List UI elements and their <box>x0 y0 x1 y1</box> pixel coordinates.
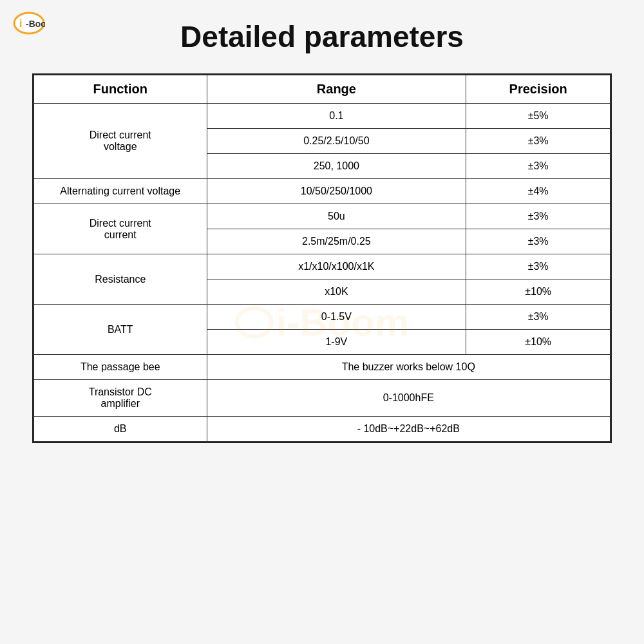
cell-range: 250, 1000 <box>207 154 466 179</box>
cell-precision: ±10% <box>466 330 611 355</box>
cell-precision: ±3% <box>466 305 611 330</box>
table-row: BATT0-1.5V±3% <box>34 305 611 330</box>
table-row: dB- 10dB~+22dB~+62dB <box>34 417 611 442</box>
table-row: Resistancex1/x10/x100/x1K±3% <box>34 254 611 279</box>
cell-range: The buzzer works below 10Q <box>207 355 611 380</box>
table-row: Direct current current50u±3% <box>34 204 611 229</box>
table-header-row: Function Range Precision <box>34 75 611 104</box>
cell-range: - 10dB~+22dB~+62dB <box>207 417 611 442</box>
header-precision: Precision <box>466 75 611 104</box>
cell-range: 0-1000hFE <box>207 380 611 417</box>
logo: i -Boom <box>13 12 45 35</box>
svg-text:-Boom: -Boom <box>26 19 45 29</box>
cell-function: Alternating current voltage <box>34 179 207 204</box>
parameters-table-wrapper: i-Boom Function Range Precision Direct c… <box>32 73 612 443</box>
table-row: Direct current voltage0.1±5% <box>34 104 611 129</box>
cell-range: 0-1.5V <box>207 305 466 330</box>
parameters-table: Function Range Precision Direct current … <box>33 75 611 442</box>
cell-precision: ±3% <box>466 154 611 179</box>
table-row: The passage beeThe buzzer works below 10… <box>34 355 611 380</box>
logo-icon: i -Boom <box>13 12 45 35</box>
cell-function: Resistance <box>34 254 207 305</box>
table-row: Transistor DC amplifier0-1000hFE <box>34 380 611 417</box>
page-title: Detailed parameters <box>180 19 464 54</box>
cell-range: 50u <box>207 204 466 229</box>
cell-range: 0.25/2.5/10/50 <box>207 129 466 154</box>
cell-range: x1/x10/x100/x1K <box>207 254 466 279</box>
table-row: Alternating current voltage10/50/250/100… <box>34 179 611 204</box>
header-function: Function <box>34 75 207 104</box>
cell-function: Direct current voltage <box>34 104 207 179</box>
cell-precision: ±3% <box>466 229 611 254</box>
cell-precision: ±5% <box>466 104 611 129</box>
cell-function: The passage bee <box>34 355 207 380</box>
header-range: Range <box>207 75 466 104</box>
cell-range: x10K <box>207 279 466 305</box>
cell-precision: ±3% <box>466 204 611 229</box>
cell-precision: ±4% <box>466 179 611 204</box>
cell-precision: ±3% <box>466 129 611 154</box>
cell-precision: ±3% <box>466 254 611 279</box>
cell-precision: ±10% <box>466 279 611 305</box>
cell-range: 0.1 <box>207 104 466 129</box>
cell-function: dB <box>34 417 207 442</box>
cell-function: Direct current current <box>34 204 207 254</box>
cell-range: 1-9V <box>207 330 466 355</box>
cell-function: Transistor DC amplifier <box>34 380 207 417</box>
cell-range: 2.5m/25m/0.25 <box>207 229 466 254</box>
cell-range: 10/50/250/1000 <box>207 179 466 204</box>
svg-text:i: i <box>19 18 22 29</box>
cell-function: BATT <box>34 305 207 355</box>
